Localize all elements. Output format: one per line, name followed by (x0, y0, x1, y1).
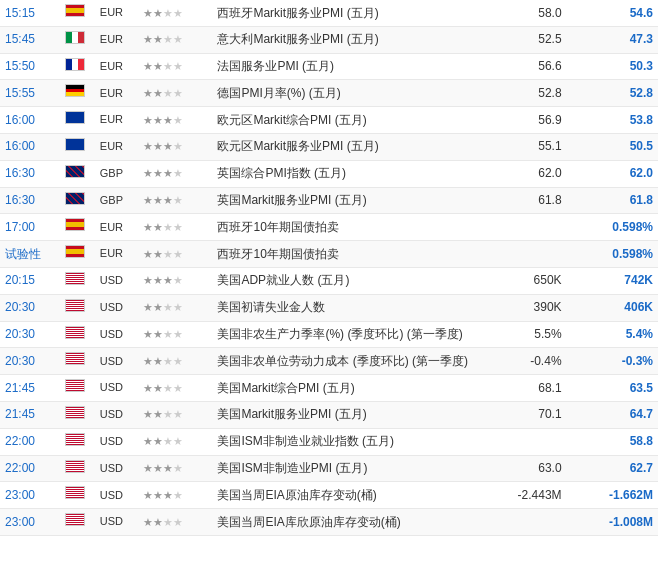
star-filled-icon: ★ (143, 114, 153, 126)
forecast-value: -2.443M (475, 482, 566, 509)
star-empty-icon: ★ (173, 408, 183, 420)
country-flag (55, 107, 95, 134)
star-filled-icon: ★ (163, 167, 173, 179)
star-empty-icon: ★ (173, 114, 183, 126)
event-name: 欧元区Markit综合PMI (五月) (212, 107, 475, 134)
star-empty-icon: ★ (163, 516, 173, 528)
importance-stars: ★★★★ (138, 348, 212, 375)
previous-value: 61.8 (567, 187, 658, 214)
star-filled-icon: ★ (143, 435, 153, 447)
star-filled-icon: ★ (153, 248, 163, 260)
star-empty-icon: ★ (173, 7, 183, 19)
previous-value: 50.5 (567, 133, 658, 160)
currency-label: USD (95, 401, 138, 428)
event-name: 美国ADP就业人数 (五月) (212, 267, 475, 294)
event-time: 20:15 (0, 267, 55, 294)
flag-us-icon (65, 513, 85, 526)
event-name: 德国PMI月率(%) (五月) (212, 80, 475, 107)
currency-label: USD (95, 509, 138, 536)
event-name: 西班牙10年期国债拍卖 (212, 241, 475, 268)
star-empty-icon: ★ (173, 274, 183, 286)
importance-stars: ★★★★ (138, 267, 212, 294)
importance-stars: ★★★★ (138, 241, 212, 268)
star-empty-icon: ★ (163, 301, 173, 313)
table-row: 15:15 EUR ★★★★ 西班牙Markit服务业PMI (五月) 58.0… (0, 0, 658, 26)
event-name: 美国初请失业金人数 (212, 294, 475, 321)
star-filled-icon: ★ (143, 301, 153, 313)
event-time: 21:45 (0, 375, 55, 402)
star-filled-icon: ★ (143, 328, 153, 340)
star-filled-icon: ★ (163, 274, 173, 286)
star-filled-icon: ★ (143, 87, 153, 99)
country-flag (55, 26, 95, 53)
currency-label: USD (95, 455, 138, 482)
forecast-value: 63.0 (475, 455, 566, 482)
event-name: 美国非农生产力季率(%) (季度环比) (第一季度) (212, 321, 475, 348)
event-name: 西班牙Markit服务业PMI (五月) (212, 0, 475, 26)
currency-label: EUR (95, 214, 138, 241)
previous-value: 47.3 (567, 26, 658, 53)
star-empty-icon: ★ (173, 435, 183, 447)
star-empty-icon: ★ (173, 328, 183, 340)
country-flag (55, 401, 95, 428)
star-filled-icon: ★ (143, 355, 153, 367)
star-empty-icon: ★ (163, 382, 173, 394)
event-name: 美国非农单位劳动力成本 (季度环比) (第一季度) (212, 348, 475, 375)
forecast-value (475, 428, 566, 455)
star-filled-icon: ★ (153, 355, 163, 367)
previous-value: -1.008M (567, 509, 658, 536)
flag-us-icon (65, 326, 85, 339)
event-time: 16:30 (0, 187, 55, 214)
star-filled-icon: ★ (143, 60, 153, 72)
flag-gb-icon (65, 192, 85, 205)
importance-stars: ★★★★ (138, 187, 212, 214)
country-flag (55, 482, 95, 509)
star-empty-icon: ★ (163, 33, 173, 45)
importance-stars: ★★★★ (138, 0, 212, 26)
star-filled-icon: ★ (153, 462, 163, 474)
table-row: 21:45 USD ★★★★ 美国Markit服务业PMI (五月) 70.1 … (0, 401, 658, 428)
currency-label: EUR (95, 26, 138, 53)
currency-label: EUR (95, 0, 138, 26)
table-row: 22:00 USD ★★★★ 美国ISM非制造业PMI (五月) 63.0 62… (0, 455, 658, 482)
star-empty-icon: ★ (173, 248, 183, 260)
currency-label: GBP (95, 187, 138, 214)
star-filled-icon: ★ (153, 382, 163, 394)
star-empty-icon: ★ (173, 33, 183, 45)
event-name: 意大利Markit服务业PMI (五月) (212, 26, 475, 53)
importance-stars: ★★★★ (138, 53, 212, 80)
event-name: 美国Markit服务业PMI (五月) (212, 401, 475, 428)
star-filled-icon: ★ (143, 516, 153, 528)
previous-value: 53.8 (567, 107, 658, 134)
flag-us-icon (65, 379, 85, 392)
star-filled-icon: ★ (153, 221, 163, 233)
country-flag (55, 241, 95, 268)
event-name: 英国Markit服务业PMI (五月) (212, 187, 475, 214)
table-row: 23:00 USD ★★★★ 美国当周EIA原油库存变动(桶) -2.443M … (0, 482, 658, 509)
event-name: 西班牙10年期国债拍卖 (212, 214, 475, 241)
event-time: 20:30 (0, 294, 55, 321)
table-row: 23:00 USD ★★★★ 美国当周EIA库欣原油库存变动(桶) -1.008… (0, 509, 658, 536)
event-name: 欧元区Markit服务业PMI (五月) (212, 133, 475, 160)
star-filled-icon: ★ (143, 408, 153, 420)
star-filled-icon: ★ (153, 114, 163, 126)
currency-label: EUR (95, 107, 138, 134)
forecast-value: 70.1 (475, 401, 566, 428)
star-filled-icon: ★ (153, 7, 163, 19)
event-time: 16:30 (0, 160, 55, 187)
previous-value: 742K (567, 267, 658, 294)
table-row: 15:45 EUR ★★★★ 意大利Markit服务业PMI (五月) 52.5… (0, 26, 658, 53)
star-filled-icon: ★ (143, 248, 153, 260)
country-flag (55, 455, 95, 482)
flag-us-icon (65, 406, 85, 419)
importance-stars: ★★★★ (138, 321, 212, 348)
flag-es-icon (65, 218, 85, 231)
country-flag (55, 509, 95, 536)
table-row: 17:00 EUR ★★★★ 西班牙10年期国债拍卖 0.598% (0, 214, 658, 241)
event-time: 16:00 (0, 133, 55, 160)
forecast-value: 390K (475, 294, 566, 321)
event-name: 美国ISM非制造业就业指数 (五月) (212, 428, 475, 455)
previous-value: 62.7 (567, 455, 658, 482)
event-name: 法国服务业PMI (五月) (212, 53, 475, 80)
event-time: 15:15 (0, 0, 55, 26)
